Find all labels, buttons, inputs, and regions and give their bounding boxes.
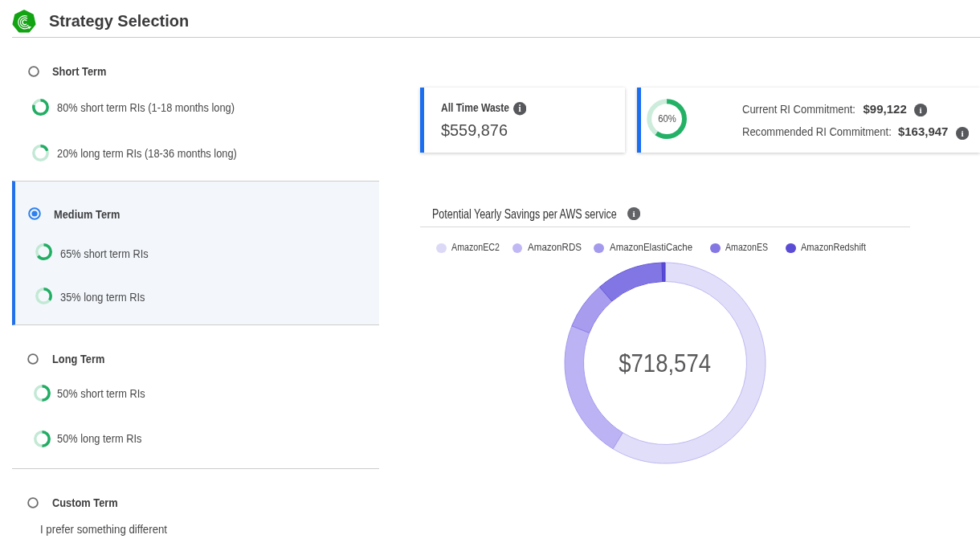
svg-text:i: i bbox=[632, 209, 635, 218]
svg-text:i: i bbox=[919, 105, 921, 115]
svg-text:i: i bbox=[962, 129, 964, 138]
